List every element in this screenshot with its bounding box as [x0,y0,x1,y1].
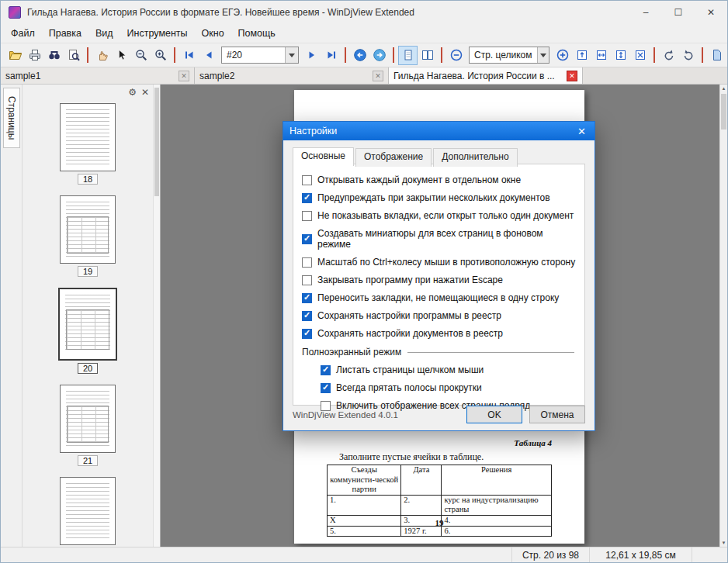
layout-facing-pages-button[interactable] [418,46,437,65]
option-save-program-settings[interactable]: Сохранять настройки программы в реестр [302,310,576,321]
option-warn-closing-multiple[interactable]: Предупреждать при закрытии нескольких до… [302,192,576,203]
zoom-decrease-button[interactable] [446,46,466,65]
print-button[interactable] [25,46,44,65]
thumbnail-item[interactable]: 21 [60,385,116,466]
menu-item-help[interactable]: Помощь [231,26,283,41]
table-row: 1. 2. курс на индустриализацию страны [328,495,552,515]
checkbox[interactable] [302,211,312,221]
main-vertical-scrollbar[interactable]: ▲ ▼ [719,85,727,547]
option-hide-tabs-single-doc[interactable]: Не показывать вкладки, если открыт тольк… [302,210,576,221]
tab-close-icon[interactable]: ✕ [567,71,577,81]
fit-visible-button[interactable] [572,46,591,65]
checkbox[interactable] [321,383,331,393]
close-button[interactable]: ✕ [695,1,727,24]
ok-button[interactable]: OK [466,406,522,423]
thumbnails-scrollbar[interactable] [153,85,160,547]
option-open-separate-window[interactable]: Открывать каждый документ в отдельном ок… [302,174,576,185]
checkbox[interactable] [302,193,312,203]
zoom-mode-value: Стр. целиком [470,50,537,60]
fit-height-button[interactable] [611,46,630,65]
option-fullscreen-click-turn[interactable]: Листать страницы щелчком мыши [302,364,576,375]
history-forward-button[interactable] [369,46,389,65]
maximize-button[interactable]: ☐ [662,1,695,24]
prev-page-button[interactable] [199,46,218,65]
open-button[interactable] [5,46,25,65]
page-thumbnail[interactable] [60,195,116,264]
menu-item-window[interactable]: Окно [195,26,231,41]
zoom-out-tool-button[interactable] [131,46,151,65]
rotate-right-button[interactable] [678,46,698,65]
thumbnails-list: 18 19 20 21 [23,100,153,547]
chevron-down-icon [289,54,295,57]
fullscreen-group: Полноэкранный режим [302,347,576,357]
thumbnail-item[interactable]: 19 [60,195,116,277]
tab-general[interactable]: Основные [293,147,354,166]
page-number-combo[interactable]: #20 [221,47,299,64]
menu-item-view[interactable]: Вид [88,26,120,41]
fit-width-button[interactable] [591,46,611,65]
scrollbar-thumb[interactable] [721,94,726,130]
tab-display[interactable]: Отображение [355,148,432,167]
pan-tool-button[interactable] [92,46,112,65]
first-page-button[interactable] [179,46,199,65]
scroll-up-icon[interactable]: ▲ [720,85,727,92]
toolbar: #20 Стр. целиком [1,43,727,67]
zoom-mode-combo[interactable]: Стр. целиком [469,47,549,64]
checkbox[interactable] [302,329,312,339]
find-button[interactable] [44,46,64,65]
page-thumbnail[interactable] [60,103,116,171]
last-page-button[interactable] [321,46,341,65]
checkbox[interactable] [302,175,312,185]
page-thumbnail[interactable] [60,477,116,545]
tab-sample2[interactable]: sample2 ✕ [195,67,389,84]
dialog-close-icon[interactable]: ✕ [575,126,588,137]
option-fullscreen-hide-scrollbars[interactable]: Всегда прятать полосы прокрутки [302,382,576,393]
minimize-button[interactable]: – [629,1,662,24]
thumbnail-item[interactable]: 18 [60,103,116,185]
tab-close-icon[interactable]: ✕ [373,71,383,81]
cancel-button[interactable]: Отмена [529,406,585,423]
checkbox[interactable] [302,234,312,244]
option-wrap-bookmarks[interactable]: Переносить закладки, не помещающиеся в о… [302,292,576,303]
find-in-document-button[interactable] [64,46,83,65]
tab-active-document[interactable]: Гильда Нагаева. История России в ... ✕ [389,67,583,84]
layout-single-page-button[interactable] [398,46,418,65]
menu-item-edit[interactable]: Правка [42,26,88,41]
panel-close-icon[interactable]: ✕ [141,88,149,97]
scrollbar-thumb[interactable] [154,88,159,196]
history-back-button[interactable] [350,46,369,65]
mode-color-button[interactable] [707,46,726,65]
menu-item-file[interactable]: Файл [4,26,42,41]
checkbox[interactable] [321,365,331,375]
sidebar-tab-pages[interactable]: Страницы [3,88,20,148]
menu-item-tools[interactable]: Инструменты [120,26,195,41]
checkbox[interactable] [302,293,312,303]
checkbox[interactable] [302,257,312,268]
fit-page-button[interactable] [630,46,650,65]
table-cell: курс на индустриализацию страны [442,495,552,515]
next-page-button[interactable] [302,46,321,65]
dialog-titlebar[interactable]: Настройки ✕ [283,122,595,140]
zoom-in-tool-button[interactable] [151,46,170,65]
checkbox[interactable] [302,275,312,285]
tab-advanced[interactable]: Дополнительно [433,148,517,167]
rotate-left-button[interactable] [659,46,678,65]
tab-close-icon[interactable]: ✕ [179,71,189,81]
select-tool-button[interactable] [112,46,131,65]
gear-icon[interactable]: ⚙ [128,88,137,97]
thumbnail-item-current[interactable]: 20 [58,288,117,374]
option-generate-thumbnails[interactable]: Создавать миниатюры для всех страниц в ф… [302,228,576,250]
page-thumbnail[interactable] [60,385,116,453]
zoom-combo-dropdown[interactable] [537,47,549,63]
thumbnail-item-partial[interactable] [60,477,116,545]
option-save-document-settings[interactable]: Сохранять настройки документов в реестр [302,328,576,339]
page-combo-dropdown[interactable] [285,47,298,63]
checkbox[interactable] [302,311,312,321]
tab-label: sample2 [199,71,368,81]
zoom-increase-button[interactable] [553,46,572,65]
page-thumbnail[interactable] [58,288,117,361]
scroll-down-icon[interactable]: ▼ [720,539,727,547]
option-close-on-escape[interactable]: Закрывать программу при нажатии Escape [302,275,576,285]
option-invert-wheel-zoom[interactable]: Масштаб по Ctrl+колесу мыши в противопол… [302,257,576,268]
tab-sample1[interactable]: sample1 ✕ [1,67,195,84]
